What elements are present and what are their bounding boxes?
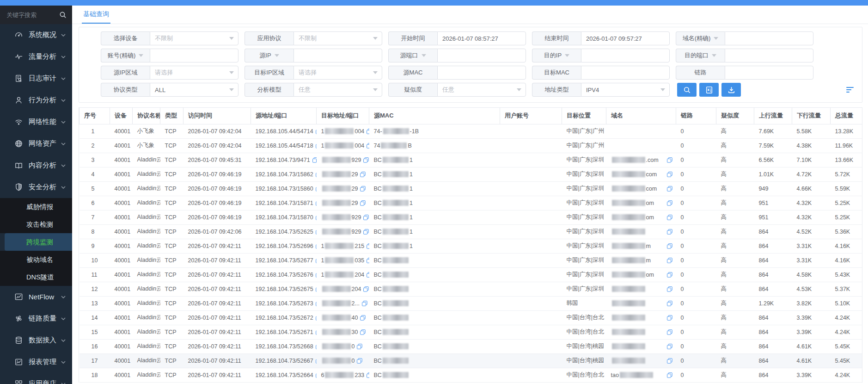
filter-field-label[interactable]: 链路 [676,66,725,80]
copy-icon[interactable] [316,172,317,177]
filter-field-label[interactable]: 目标IP区域 [245,66,293,80]
filter-field-label[interactable]: 分析模型 [245,83,293,97]
copy-icon[interactable] [367,129,369,134]
filter-field-label[interactable]: 协议类型 [101,83,150,97]
sidebar-item[interactable]: 应用商店 [0,373,72,384]
search-icon[interactable] [59,11,67,19]
copy-icon[interactable] [667,200,672,206]
copy-icon[interactable] [316,186,317,192]
sidebar-item[interactable]: 行为分析 [0,89,72,111]
table-row[interactable]: 6 40001 Aladdin云 TCP 2026-01-07 09:46:19… [79,196,862,210]
sidebar-item[interactable]: 内容分析 [0,155,72,176]
copy-icon[interactable] [316,129,317,134]
table-row[interactable]: 1 40001 小飞象 TCP 2026-01-07 09:42:04 192.… [79,124,862,138]
copy-icon[interactable] [357,358,362,364]
copy-icon[interactable] [312,157,317,163]
copy-icon[interactable] [667,358,672,364]
filter-field-label[interactable]: 源端口 [388,49,437,62]
copy-icon[interactable] [367,372,369,378]
table-row[interactable]: 9 40001 Aladdin云 TCP 2026-01-07 09:42:11… [79,239,862,253]
filter-field-input[interactable]: 不限制 [293,31,382,45]
filter-field-label[interactable]: 源IP [245,49,293,62]
filter-field-label[interactable]: 应用协议 [245,31,293,45]
sidebar-item[interactable]: NetFlow [0,286,72,308]
table-row[interactable]: 5 40001 Aladdin云 TCP 2026-01-07 09:46:19… [79,181,862,196]
copy-icon[interactable] [367,258,369,263]
filter-field-label[interactable]: 疑似度 [388,83,437,97]
copy-icon[interactable] [363,286,369,292]
copy-icon[interactable] [316,344,317,349]
copy-icon[interactable] [667,258,672,263]
copy-icon[interactable] [667,229,672,235]
filter-field-input[interactable] [150,49,238,62]
table-row[interactable]: 18 40001 Aladdin云 TCP 2026-01-07 09:42:1… [79,368,862,382]
filter-field-label[interactable]: 开始时间 [388,31,437,45]
copy-icon[interactable] [316,143,317,149]
copy-icon[interactable] [362,301,367,306]
table-row[interactable]: 2 40001 小飞象 TCP 2026-01-07 09:42:04 192.… [79,138,862,153]
filter-field-input[interactable] [437,49,526,62]
copy-icon[interactable] [360,315,366,321]
filter-field-input[interactable] [293,49,382,62]
table-row[interactable]: 15 40001 Aladdin云 TCP 2026-01-07 09:42:1… [79,325,862,339]
copy-icon[interactable] [316,372,317,378]
copy-icon[interactable] [316,229,317,235]
copy-icon[interactable] [363,157,369,163]
sidebar-item[interactable]: 网络性能 [0,111,72,133]
copy-icon[interactable] [360,329,366,335]
table-row[interactable]: 4 40001 Aladdin云 TCP 2026-01-07 09:46:19… [79,167,862,181]
copy-icon[interactable] [667,172,672,177]
filter-field-label[interactable]: 目的端口 [676,49,725,62]
table-row[interactable]: 11 40001 Aladdin云 TCP 2026-01-07 09:42:1… [79,267,862,282]
table-row[interactable]: 16 40001 Aladdin云 TCP 2026-01-07 09:42:1… [79,339,862,353]
sidebar-item[interactable]: 日志审计 [0,68,72,89]
sidebar-item[interactable]: DNS隧道 [0,268,72,286]
sidebar-item[interactable]: 攻击检测 [0,216,72,233]
copy-icon[interactable] [667,329,672,335]
filter-field-label[interactable]: 地址类型 [532,83,581,97]
copy-icon[interactable] [667,215,672,220]
filter-field-label[interactable]: 源IP区域 [101,66,150,80]
filter-field-input[interactable] [437,66,526,80]
filter-field-input[interactable] [725,31,813,45]
filter-field-label[interactable]: 账号(精确) [101,49,150,62]
filter-field-label[interactable]: 目标MAC [532,66,581,80]
copy-icon[interactable] [363,215,369,220]
sidebar-item[interactable]: 流量分析 [0,46,72,68]
sidebar-item[interactable]: 数据接入 [0,329,72,351]
copy-icon[interactable] [316,286,317,292]
collapse-filter-icon[interactable] [846,87,854,93]
search-input[interactable] [6,12,56,19]
table-row[interactable]: 3 40001 Aladdin云 TCP 2026-01-07 09:45:31… [79,153,862,167]
sidebar-item[interactable]: 威胁情报 [0,198,72,216]
copy-icon[interactable] [667,243,672,249]
filter-field-input[interactable]: 请选择 [293,66,382,80]
copy-icon[interactable] [667,157,672,163]
copy-icon[interactable] [316,358,317,364]
filter-field-input[interactable]: 不限制 [150,31,238,45]
copy-icon[interactable] [360,172,366,177]
sidebar-item[interactable]: 系统概况 [0,24,72,46]
table-row[interactable]: 10 40001 Aladdin云 TCP 2026-01-07 09:42:1… [79,253,862,267]
filter-field-input[interactable]: 2026-01-07 08:57:27 [437,31,526,45]
table-row[interactable]: 8 40001 Aladdin云 TCP 2026-01-07 09:42:06… [79,224,862,239]
copy-icon[interactable] [667,372,672,378]
filter-field-input[interactable] [581,49,670,62]
filter-field-input[interactable]: 任意 [437,83,526,97]
sidebar-item[interactable]: 报表管理 [0,351,72,373]
copy-icon[interactable] [316,243,317,249]
table-row[interactable]: 14 40001 Aladdin云 TCP 2026-01-07 09:42:1… [79,310,862,325]
copy-icon[interactable] [667,315,672,321]
tab-basic-query[interactable]: 基础查询 [82,10,110,24]
copy-icon[interactable] [667,286,672,292]
table-row[interactable]: 13 40001 Aladdin云 TCP 2026-01-07 09:42:1… [79,296,862,310]
search-button[interactable] [677,83,697,97]
filter-field-input[interactable]: IPV4 [581,83,670,97]
sidebar-item[interactable]: 被动域名 [0,251,72,268]
copy-icon[interactable] [316,258,317,263]
copy-icon[interactable] [316,215,317,220]
copy-icon[interactable] [316,272,317,278]
filter-field-input[interactable] [725,49,813,62]
sidebar-item[interactable]: 链路质量 [0,308,72,329]
download-button[interactable] [721,83,741,97]
